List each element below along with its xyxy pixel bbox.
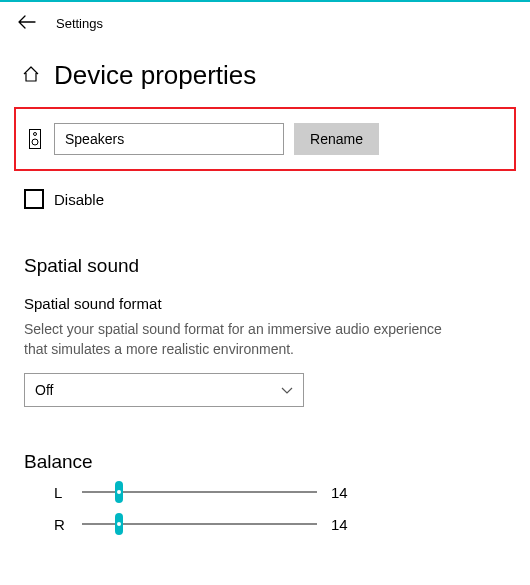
spatial-sound-title: Spatial sound [0,209,530,277]
balance-row-left: L 14 [54,483,506,501]
device-name-input[interactable] [54,123,284,155]
page-title: Device properties [54,60,256,91]
page-heading-row: Device properties [0,42,530,101]
chevron-down-icon [281,382,293,398]
svg-point-2 [32,139,38,145]
window-title: Settings [56,16,103,31]
home-icon[interactable] [22,65,40,86]
back-icon[interactable] [18,14,36,32]
disable-row: Disable [0,171,530,209]
slider-thumb[interactable] [115,513,123,535]
balance-title: Balance [24,451,506,473]
disable-checkbox[interactable] [24,189,44,209]
spatial-format-dropdown[interactable]: Off [24,373,304,407]
balance-right-value: 14 [331,516,361,533]
balance-right-slider[interactable] [82,515,317,533]
balance-right-label: R [54,516,68,533]
spatial-help-text: Select your spatial sound format for an … [0,312,480,359]
slider-thumb[interactable] [115,481,123,503]
disable-label: Disable [54,191,104,208]
speaker-icon [26,129,44,149]
rename-button[interactable]: Rename [294,123,379,155]
svg-point-1 [34,133,37,136]
balance-section: Balance L 14 R 14 [0,407,530,533]
spatial-format-label: Spatial sound format [0,277,530,312]
titlebar: Settings [0,2,530,42]
rename-section: Rename [14,107,516,171]
balance-left-label: L [54,484,68,501]
balance-row-right: R 14 [54,515,506,533]
dropdown-value: Off [35,382,53,398]
balance-left-value: 14 [331,484,361,501]
balance-left-slider[interactable] [82,483,317,501]
